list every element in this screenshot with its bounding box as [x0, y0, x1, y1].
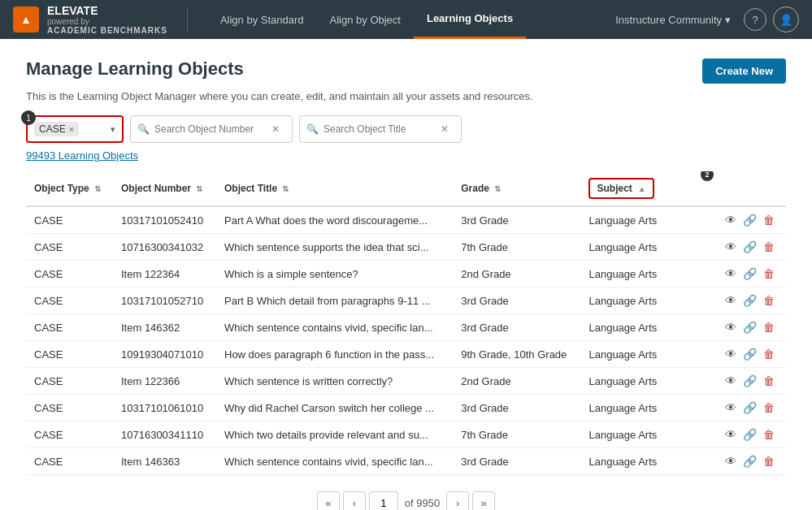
delete-icon[interactable]: 🗑 [763, 214, 775, 227]
search-number-clear[interactable]: ✕ [271, 123, 280, 135]
delete-icon[interactable]: 🗑 [763, 374, 775, 387]
cell-subject: Language Arts [580, 395, 717, 421]
sort-icon: ⇅ [94, 184, 101, 193]
link-icon[interactable]: 🔗 [743, 428, 757, 441]
cell-number: 10716300341032 [113, 234, 216, 261]
link-icon[interactable]: 🔗 [743, 240, 757, 253]
page-of-label: of 9950 [405, 497, 440, 509]
total-pages: 9950 [416, 497, 440, 509]
cell-actions: 👁 🔗 🗑 [717, 395, 786, 421]
view-icon[interactable]: 👁 [725, 348, 736, 361]
col-object-type[interactable]: Object Type ⇅ [26, 171, 113, 206]
cell-actions: 👁 🔗 🗑 [717, 206, 786, 234]
first-page-button[interactable]: « [317, 491, 340, 510]
header-right: Instructure Community ▾ ? 👤 [609, 6, 799, 32]
cell-actions: 👁 🔗 🗑 [717, 448, 786, 475]
col-grade[interactable]: Grade ⇅ [453, 171, 580, 206]
cell-actions: 👁 🔗 🗑 [717, 261, 786, 287]
community-button[interactable]: Instructure Community ▾ [609, 11, 737, 29]
app-header: ▲ ELEVATE powered by ACADEMIC BENCHMARKS… [0, 0, 812, 39]
cell-subject: Language Arts [580, 448, 717, 475]
learning-objects-table: Object Type ⇅ Object Number ⇅ Object Tit… [26, 171, 786, 475]
view-icon[interactable]: 👁 [725, 374, 736, 387]
table-row: CASE 10716300341032 Which sentence suppo… [26, 234, 786, 261]
view-icon[interactable]: 👁 [725, 240, 736, 253]
table-row: CASE 10716300341110 Which two details pr… [26, 421, 786, 448]
cell-grade: 7th Grade [453, 234, 580, 261]
cell-title: Which two details provide relevant and s… [216, 421, 453, 448]
search-title-input[interactable] [323, 123, 437, 135]
filter-badge-1: 1 [21, 110, 36, 125]
last-page-button[interactable]: » [472, 491, 495, 510]
help-button[interactable]: ? [744, 8, 766, 31]
sort-icon: ▲ [638, 184, 646, 193]
user-icon: 👤 [779, 14, 793, 26]
delete-icon[interactable]: 🗑 [763, 401, 775, 414]
cell-subject: Language Arts [580, 206, 717, 234]
search-title-clear[interactable]: ✕ [441, 123, 449, 135]
cell-grade: 3rd Grade [453, 448, 580, 475]
view-icon[interactable]: 👁 [725, 321, 736, 334]
delete-icon[interactable]: 🗑 [763, 428, 775, 441]
view-icon[interactable]: 👁 [725, 214, 736, 227]
col-object-title[interactable]: Object Title ⇅ [216, 171, 453, 206]
view-icon[interactable]: 👁 [725, 294, 736, 307]
cell-title: Which sentence is written correctly? [216, 368, 453, 395]
cell-actions: 👁 🔗 🗑 [717, 314, 786, 341]
link-icon[interactable]: 🔗 [743, 321, 757, 334]
nav-align-object[interactable]: Align by Object [317, 0, 414, 39]
cell-type: CASE [26, 206, 113, 234]
table-row: CASE Item 146362 Which sentence contains… [26, 314, 786, 341]
delete-icon[interactable]: 🗑 [763, 455, 775, 468]
link-icon[interactable]: 🔗 [743, 348, 757, 361]
cell-subject: Language Arts [580, 314, 717, 341]
cell-subject: Language Arts [580, 421, 717, 448]
filter-dropdown[interactable]: 1 CASE × ▾ [26, 115, 124, 143]
header-divider [187, 6, 188, 32]
page-title: Manage Learning Objects [26, 58, 244, 80]
table-row: CASE 10317101052410 Part A What does the… [26, 206, 786, 234]
filter-tag-case: CASE × [34, 122, 79, 136]
delete-icon[interactable]: 🗑 [763, 294, 775, 307]
filter-tag-remove[interactable]: × [69, 124, 74, 134]
link-icon[interactable]: 🔗 [743, 267, 757, 280]
view-icon[interactable]: 👁 [725, 428, 736, 441]
cell-actions: 👁 🔗 🗑 [717, 287, 786, 314]
cell-grade: 7th Grade [453, 421, 580, 448]
page-number-input[interactable] [369, 491, 398, 510]
search-icon: 🔍 [137, 123, 150, 135]
search-number-input[interactable] [154, 123, 268, 135]
cell-grade: 9th Grade, 10th Grade [453, 341, 580, 368]
cell-grade: 3rd Grade [453, 206, 580, 234]
cell-number: Item 146362 [113, 314, 216, 341]
prev-page-button[interactable]: ‹ [343, 491, 366, 510]
logo-area: ▲ ELEVATE powered by ACADEMIC BENCHMARKS [13, 4, 167, 35]
link-icon[interactable]: 🔗 [743, 214, 757, 227]
nav-learning-objects[interactable]: Learning Objects [414, 0, 526, 39]
cell-type: CASE [26, 341, 113, 368]
table-row: CASE Item 146363 Which sentence contains… [26, 448, 786, 475]
view-icon[interactable]: 👁 [725, 401, 736, 414]
link-icon[interactable]: 🔗 [743, 294, 757, 307]
table-body: CASE 10317101052410 Part A What does the… [26, 206, 786, 475]
view-icon[interactable]: 👁 [725, 267, 736, 280]
col-object-number[interactable]: Object Number ⇅ [113, 171, 216, 206]
col-subject[interactable]: 2 Subject ▲ [580, 171, 717, 206]
table-row: CASE Item 122364 Which is a simple sente… [26, 261, 786, 287]
delete-icon[interactable]: 🗑 [763, 321, 775, 334]
cell-title: Which sentence supports the idea that sc… [216, 234, 453, 261]
delete-icon[interactable]: 🗑 [763, 348, 775, 361]
delete-icon[interactable]: 🗑 [763, 240, 775, 253]
delete-icon[interactable]: 🗑 [763, 267, 775, 280]
results-count[interactable]: 99493 Learning Objects [26, 149, 786, 162]
link-icon[interactable]: 🔗 [743, 374, 757, 387]
table-row: CASE 10317101061010 Why did Rachel Carso… [26, 395, 786, 421]
avatar-button[interactable]: 👤 [773, 6, 799, 32]
next-page-button[interactable]: › [446, 491, 469, 510]
pagination: « ‹ of 9950 › » [26, 491, 786, 510]
create-new-button[interactable]: Create New [702, 58, 786, 84]
nav-align-standard[interactable]: Align by Standard [207, 0, 317, 39]
view-icon[interactable]: 👁 [725, 455, 736, 468]
link-icon[interactable]: 🔗 [743, 401, 757, 414]
link-icon[interactable]: 🔗 [743, 455, 757, 468]
